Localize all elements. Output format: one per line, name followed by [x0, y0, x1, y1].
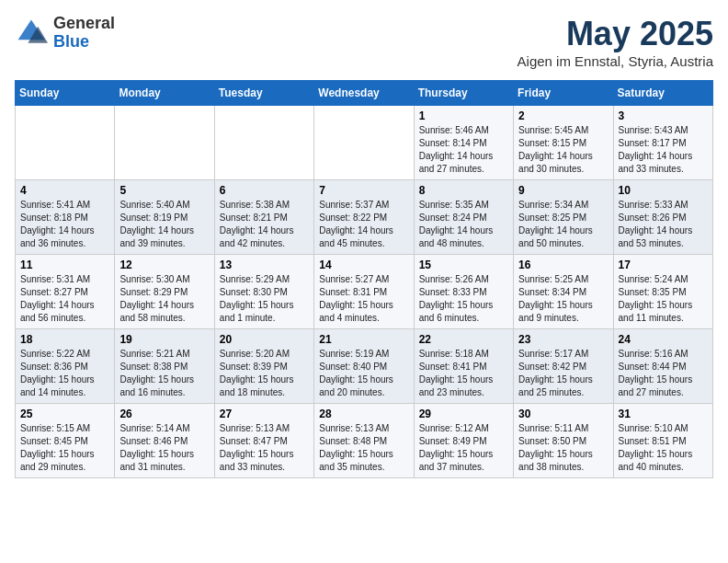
calendar-day-header: Saturday — [613, 81, 712, 106]
day-content: Sunrise: 5:46 AM Sunset: 8:14 PM Dayligh… — [419, 124, 508, 176]
day-content: Sunrise: 5:27 AM Sunset: 8:31 PM Dayligh… — [319, 273, 408, 325]
day-content: Sunrise: 5:14 AM Sunset: 8:46 PM Dayligh… — [119, 422, 209, 474]
day-number: 16 — [518, 259, 608, 271]
calendar-day-header: Monday — [115, 81, 214, 106]
day-content: Sunrise: 5:26 AM Sunset: 8:33 PM Dayligh… — [419, 273, 508, 325]
calendar-cell: 5Sunrise: 5:40 AM Sunset: 8:19 PM Daylig… — [115, 180, 214, 255]
day-content: Sunrise: 5:33 AM Sunset: 8:26 PM Dayligh… — [619, 199, 708, 250]
logo-text: General Blue — [53, 15, 115, 52]
day-number: 27 — [220, 408, 309, 420]
calendar-cell: 7Sunrise: 5:37 AM Sunset: 8:22 PM Daylig… — [314, 180, 414, 255]
day-number: 14 — [319, 259, 408, 271]
day-number: 11 — [20, 259, 109, 271]
day-content: Sunrise: 5:22 AM Sunset: 8:36 PM Dayligh… — [20, 348, 109, 399]
day-number: 21 — [319, 333, 408, 346]
month-title: May 2025 — [518, 15, 713, 53]
day-number: 13 — [220, 259, 309, 271]
day-content: Sunrise: 5:35 AM Sunset: 8:24 PM Dayligh… — [419, 199, 508, 250]
day-number: 25 — [20, 408, 109, 420]
day-number: 6 — [220, 184, 309, 197]
calendar-day-header: Sunday — [16, 81, 115, 106]
logo-icon — [15, 17, 48, 50]
day-number: 10 — [619, 184, 708, 197]
day-content: Sunrise: 5:43 AM Sunset: 8:17 PM Dayligh… — [619, 124, 708, 176]
calendar-cell: 13Sunrise: 5:29 AM Sunset: 8:30 PM Dayli… — [214, 255, 313, 329]
day-number: 2 — [518, 109, 608, 122]
calendar-cell: 4Sunrise: 5:41 AM Sunset: 8:18 PM Daylig… — [16, 180, 115, 255]
calendar-cell: 21Sunrise: 5:19 AM Sunset: 8:40 PM Dayli… — [314, 329, 414, 404]
day-content: Sunrise: 5:10 AM Sunset: 8:51 PM Dayligh… — [619, 422, 708, 474]
calendar-cell: 31Sunrise: 5:10 AM Sunset: 8:51 PM Dayli… — [613, 404, 712, 478]
day-content: Sunrise: 5:24 AM Sunset: 8:35 PM Dayligh… — [619, 273, 708, 325]
calendar-cell: 29Sunrise: 5:12 AM Sunset: 8:49 PM Dayli… — [414, 404, 513, 478]
day-number: 28 — [319, 408, 408, 420]
calendar-cell: 1Sunrise: 5:46 AM Sunset: 8:14 PM Daylig… — [414, 106, 513, 180]
day-content: Sunrise: 5:34 AM Sunset: 8:25 PM Dayligh… — [518, 199, 608, 250]
calendar-cell: 10Sunrise: 5:33 AM Sunset: 8:26 PM Dayli… — [613, 180, 712, 255]
day-number: 3 — [619, 109, 708, 122]
day-number: 15 — [419, 259, 508, 271]
calendar-header-row: SundayMondayTuesdayWednesdayThursdayFrid… — [16, 81, 713, 106]
calendar-day-header: Friday — [514, 81, 613, 106]
day-content: Sunrise: 5:19 AM Sunset: 8:40 PM Dayligh… — [319, 348, 408, 399]
day-content: Sunrise: 5:45 AM Sunset: 8:15 PM Dayligh… — [518, 124, 608, 176]
day-content: Sunrise: 5:31 AM Sunset: 8:27 PM Dayligh… — [20, 273, 109, 325]
day-number: 9 — [518, 184, 608, 197]
day-number: 19 — [119, 333, 209, 346]
calendar-cell: 26Sunrise: 5:14 AM Sunset: 8:46 PM Dayli… — [115, 404, 214, 478]
calendar-table: SundayMondayTuesdayWednesdayThursdayFrid… — [15, 80, 713, 478]
location: Aigen im Ennstal, Styria, Austria — [518, 53, 713, 69]
calendar-week-row: 4Sunrise: 5:41 AM Sunset: 8:18 PM Daylig… — [16, 180, 713, 255]
calendar-cell: 3Sunrise: 5:43 AM Sunset: 8:17 PM Daylig… — [613, 106, 712, 180]
day-content: Sunrise: 5:11 AM Sunset: 8:50 PM Dayligh… — [518, 422, 608, 474]
day-number: 29 — [419, 408, 508, 420]
day-content: Sunrise: 5:21 AM Sunset: 8:38 PM Dayligh… — [119, 348, 209, 399]
logo-blue: Blue — [53, 33, 115, 52]
calendar-cell: 28Sunrise: 5:13 AM Sunset: 8:48 PM Dayli… — [314, 404, 414, 478]
day-number: 30 — [518, 408, 608, 420]
day-number: 23 — [518, 333, 608, 346]
calendar-week-row: 1Sunrise: 5:46 AM Sunset: 8:14 PM Daylig… — [16, 106, 713, 180]
day-content: Sunrise: 5:17 AM Sunset: 8:42 PM Dayligh… — [518, 348, 608, 399]
day-number: 7 — [319, 184, 408, 197]
day-number: 5 — [119, 184, 209, 197]
calendar-cell: 18Sunrise: 5:22 AM Sunset: 8:36 PM Dayli… — [16, 329, 115, 404]
calendar-day-header: Thursday — [414, 81, 513, 106]
calendar-cell: 25Sunrise: 5:15 AM Sunset: 8:45 PM Dayli… — [16, 404, 115, 478]
calendar-week-row: 25Sunrise: 5:15 AM Sunset: 8:45 PM Dayli… — [16, 404, 713, 478]
calendar-cell: 11Sunrise: 5:31 AM Sunset: 8:27 PM Dayli… — [16, 255, 115, 329]
calendar-cell: 17Sunrise: 5:24 AM Sunset: 8:35 PM Dayli… — [613, 255, 712, 329]
calendar-cell — [16, 106, 115, 180]
calendar-week-row: 11Sunrise: 5:31 AM Sunset: 8:27 PM Dayli… — [16, 255, 713, 329]
day-number: 17 — [619, 259, 708, 271]
day-content: Sunrise: 5:13 AM Sunset: 8:48 PM Dayligh… — [319, 422, 408, 474]
day-content: Sunrise: 5:16 AM Sunset: 8:44 PM Dayligh… — [619, 348, 708, 399]
calendar-cell — [214, 106, 313, 180]
calendar-week-row: 18Sunrise: 5:22 AM Sunset: 8:36 PM Dayli… — [16, 329, 713, 404]
calendar-cell: 19Sunrise: 5:21 AM Sunset: 8:38 PM Dayli… — [115, 329, 214, 404]
day-number: 12 — [119, 259, 209, 271]
day-content: Sunrise: 5:13 AM Sunset: 8:47 PM Dayligh… — [220, 422, 309, 474]
calendar-cell: 27Sunrise: 5:13 AM Sunset: 8:47 PM Dayli… — [214, 404, 313, 478]
day-content: Sunrise: 5:20 AM Sunset: 8:39 PM Dayligh… — [220, 348, 309, 399]
day-content: Sunrise: 5:37 AM Sunset: 8:22 PM Dayligh… — [319, 199, 408, 250]
calendar-cell: 2Sunrise: 5:45 AM Sunset: 8:15 PM Daylig… — [514, 106, 613, 180]
logo-general: General — [53, 15, 115, 33]
calendar-cell: 8Sunrise: 5:35 AM Sunset: 8:24 PM Daylig… — [414, 180, 513, 255]
calendar-cell: 20Sunrise: 5:20 AM Sunset: 8:39 PM Dayli… — [214, 329, 313, 404]
calendar-cell: 23Sunrise: 5:17 AM Sunset: 8:42 PM Dayli… — [514, 329, 613, 404]
day-content: Sunrise: 5:38 AM Sunset: 8:21 PM Dayligh… — [220, 199, 309, 250]
day-content: Sunrise: 5:18 AM Sunset: 8:41 PM Dayligh… — [419, 348, 508, 399]
logo: General Blue — [15, 15, 115, 52]
calendar-cell: 9Sunrise: 5:34 AM Sunset: 8:25 PM Daylig… — [514, 180, 613, 255]
calendar-day-header: Wednesday — [314, 81, 414, 106]
calendar-cell: 12Sunrise: 5:30 AM Sunset: 8:29 PM Dayli… — [115, 255, 214, 329]
day-content: Sunrise: 5:12 AM Sunset: 8:49 PM Dayligh… — [419, 422, 508, 474]
day-number: 24 — [619, 333, 708, 346]
calendar-cell: 22Sunrise: 5:18 AM Sunset: 8:41 PM Dayli… — [414, 329, 513, 404]
calendar-day-header: Tuesday — [214, 81, 313, 106]
day-number: 22 — [419, 333, 508, 346]
calendar-cell: 30Sunrise: 5:11 AM Sunset: 8:50 PM Dayli… — [514, 404, 613, 478]
calendar-cell — [115, 106, 214, 180]
calendar-cell: 15Sunrise: 5:26 AM Sunset: 8:33 PM Dayli… — [414, 255, 513, 329]
